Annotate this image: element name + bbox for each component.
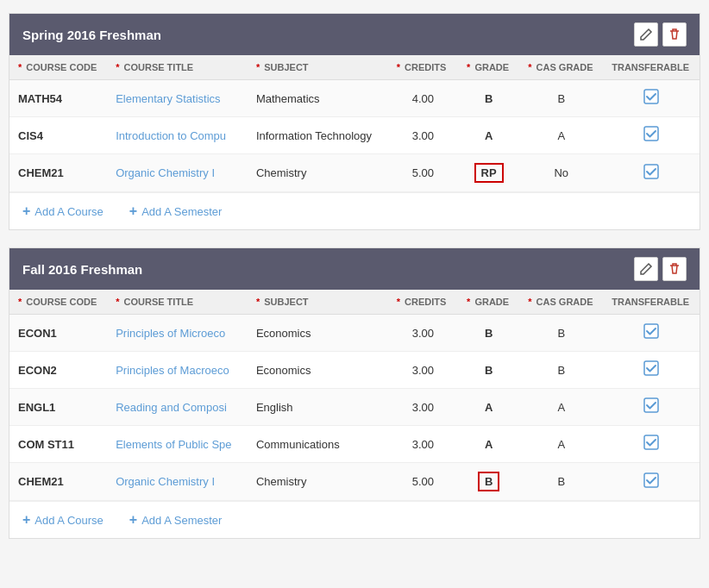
col-header-credits: * CREDITS [388,290,458,315]
transferable-checkbox-icon[interactable] [643,476,659,491]
course-grade-cell: B [458,315,519,352]
add-semester-label: Add A Semester [141,205,222,218]
course-code-cell: ENGL1 [9,389,107,426]
course-credits-cell: 3.00 [388,426,458,463]
table-row: COM ST11Elements of Public SpeCommunicat… [9,426,700,463]
add-course-label: Add A Course [35,514,104,527]
course-grade-cell: B [458,80,519,117]
plus-icon: + [22,203,30,219]
required-star: * [256,297,262,307]
course-grade-cell: A [458,117,519,154]
required-star: * [397,297,403,307]
course-transferable-cell [603,389,700,426]
course-transferable-cell [603,315,700,352]
col-header-cas_grade: * CAS GRADE [519,290,603,315]
course-code-cell: COM ST11 [9,426,107,463]
course-cas-grade-cell: A [519,426,603,463]
col-header-credits: * CREDITS [388,55,458,80]
semester-block-spring-2016: Spring 2016 Freshman * COURSE CODE* COUR… [9,13,700,230]
transferable-checkbox-icon[interactable] [643,129,659,144]
add-course-link[interactable]: +Add A Course [22,203,104,219]
required-star: * [467,297,473,307]
courses-table-fall-2016: * COURSE CODE* COURSE TITLE* SUBJECT* CR… [9,290,700,501]
col-header-cas_grade: * CAS GRADE [519,55,603,80]
required-star: * [528,297,534,307]
course-title-cell: Principles of Macroeco [107,352,248,389]
course-title-cell: Elements of Public Spe [107,426,248,463]
course-grade-cell: A [458,426,519,463]
required-star: * [467,62,473,72]
course-credits-cell: 3.00 [388,117,458,154]
course-code-cell: CIS4 [9,117,107,154]
required-star: * [18,297,24,307]
col-header-subject: * SUBJECT [248,55,388,80]
course-credits-cell: 3.00 [388,352,458,389]
course-title-cell: Introduction to Compu [107,117,248,154]
course-cas-grade-cell: A [519,389,603,426]
course-grade-cell: B [458,352,519,389]
course-title-cell: Organic Chemistry I [107,463,248,501]
course-transferable-cell [603,426,700,463]
page-container: Spring 2016 Freshman * COURSE CODE* COUR… [0,0,709,588]
course-code-cell: MATH54 [9,80,107,117]
grade-highlight-badge: RP [474,163,504,183]
required-star: * [18,62,24,72]
edit-semester-button-spring-2016[interactable] [634,22,658,47]
semester-header-fall-2016: Fall 2016 Freshman [9,248,700,290]
semester-title-spring-2016: Spring 2016 Freshman [22,28,161,42]
course-title-cell: Principles of Microeco [107,315,248,352]
add-actions-fall-2016: +Add A Course+Add A Semester [9,501,700,538]
add-semester-label: Add A Semester [141,514,222,527]
course-grade-cell: A [458,389,519,426]
col-header-course_code: * COURSE CODE [9,55,107,80]
course-cas-grade-cell: No [519,154,603,192]
plus-icon: + [129,203,137,219]
transferable-checkbox-icon[interactable] [643,364,659,378]
course-subject-cell: Economics [248,352,388,389]
course-code-cell: CHEM21 [9,154,107,192]
col-header-course_title: * COURSE TITLE [107,290,248,315]
add-actions-spring-2016: +Add A Course+Add A Semester [9,192,700,229]
course-subject-cell: Information Technology [248,117,388,154]
add-course-link[interactable]: +Add A Course [22,512,104,528]
plus-icon: + [129,512,137,528]
course-transferable-cell [603,80,700,117]
course-cas-grade-cell: B [519,463,603,501]
transferable-checkbox-icon[interactable] [643,167,659,182]
table-row: CHEM21Organic Chemistry IChemistry5.00BB [9,463,700,501]
required-star: * [116,62,122,72]
semester-header-spring-2016: Spring 2016 Freshman [9,14,700,55]
table-row: ECON1Principles of MicroecoEconomics3.00… [9,315,700,352]
col-header-transferable: TRANSFERABLE [603,290,700,315]
transferable-checkbox-icon[interactable] [643,438,659,453]
course-code-cell: CHEM21 [9,463,107,501]
course-title-cell: Elementary Statistics [107,80,248,117]
course-grade-cell: B [458,463,519,501]
table-row: ECON2Principles of MacroecoEconomics3.00… [9,352,700,389]
col-header-course_code: * COURSE CODE [9,290,107,315]
add-semester-link[interactable]: +Add A Semester [129,512,223,528]
delete-semester-button-spring-2016[interactable] [662,22,687,47]
required-star: * [528,62,534,72]
add-semester-link[interactable]: +Add A Semester [129,203,223,219]
course-grade-cell: RP [458,154,519,192]
edit-semester-button-fall-2016[interactable] [634,257,658,281]
plus-icon: + [22,512,30,528]
transferable-checkbox-icon[interactable] [643,401,659,416]
course-credits-cell: 5.00 [388,154,458,192]
course-code-cell: ECON1 [9,315,107,352]
delete-semester-button-fall-2016[interactable] [662,257,687,281]
transferable-checkbox-icon[interactable] [643,327,659,341]
semester-block-fall-2016: Fall 2016 Freshman * COURSE CODE* COURSE… [9,247,700,539]
course-credits-cell: 4.00 [388,80,458,117]
grade-highlight-badge: B [478,472,499,491]
course-title-cell: Organic Chemistry I [107,154,248,192]
course-cas-grade-cell: B [519,352,603,389]
course-subject-cell: Mathematics [248,80,388,117]
table-row: MATH54Elementary StatisticsMathematics4.… [9,80,700,117]
transferable-checkbox-icon[interactable] [643,92,659,107]
course-cas-grade-cell: A [519,117,603,154]
table-row: CHEM21Organic Chemistry IChemistry5.00RP… [9,154,700,192]
add-course-label: Add A Course [35,205,104,218]
semester-actions-fall-2016 [634,257,687,281]
